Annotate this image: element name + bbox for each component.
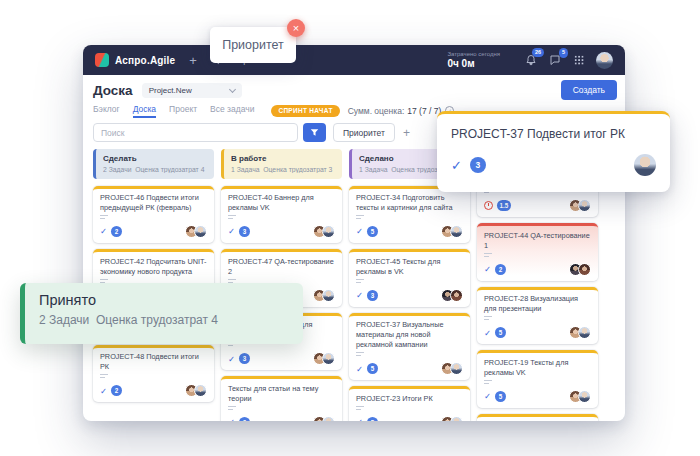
user-avatar[interactable]: [596, 52, 613, 69]
sprint-status-badge: СПРИНТ НАЧАТ: [271, 105, 339, 117]
messages-button[interactable]: 5: [549, 54, 561, 66]
chevron-down-icon: [229, 85, 236, 92]
task-card[interactable]: PROJECT-23 Итоги РК✓5: [349, 386, 470, 421]
description-icon: [356, 406, 364, 412]
column-header[interactable]: В работе1 Задача Оценка трудозатрат 3: [221, 149, 342, 179]
task-card[interactable]: Тексты для статьи на тему теории✓3: [221, 376, 342, 421]
estimate-badge: 2: [495, 264, 506, 275]
estimate-badge: 5: [495, 391, 506, 402]
chat-badge: 5: [559, 48, 568, 58]
task-card-meta: ✓5: [356, 225, 463, 238]
create-button[interactable]: Создать: [561, 80, 617, 100]
task-card[interactable]: PROJECT-46 Подвести итоги предыдущей РК …: [93, 186, 214, 244]
check-icon: ✓: [484, 392, 491, 401]
topbar: Аспро.Agile + Спринты Затрачено сегодня …: [83, 45, 625, 75]
check-icon: ✓: [356, 418, 363, 421]
task-popup-title: PROJECT-37 Подвести итог РК: [451, 127, 656, 141]
column-title: Сделать: [103, 154, 207, 163]
tab-all-tasks[interactable]: Все задачи: [210, 104, 254, 118]
description-icon: [484, 316, 492, 322]
task-card[interactable]: PROJECT-48 Подвести итоги РК✓2: [93, 345, 214, 403]
check-icon: ✓: [356, 227, 363, 236]
avatar-man: [578, 326, 591, 339]
task-card-title: PROJECT-48 Подвести итоги РК: [100, 352, 207, 372]
priority-tooltip-text: Приоритет: [222, 38, 284, 52]
task-card[interactable]: PROJECT-45 Тексты для рекламы в VK✓3: [349, 249, 470, 307]
task-card-title: PROJECT-44 QA-тестирование 1: [484, 231, 591, 251]
check-icon: ✓: [100, 387, 107, 396]
task-card[interactable]: PROJECT-40 Баннер для рекламы VK✓3: [221, 186, 342, 244]
overdue-clock-icon: [484, 201, 493, 210]
add-icon[interactable]: +: [189, 54, 197, 67]
avatar-man: [322, 352, 335, 365]
avatar-group: [317, 289, 335, 302]
avatar-group: [573, 263, 591, 276]
task-card-meta: ✓5: [356, 416, 463, 421]
priority-filter-chip[interactable]: Приоритет: [333, 123, 395, 142]
avatar-group: [445, 362, 463, 375]
avatar-dark-woman: [450, 289, 463, 302]
task-card-title: PROJECT-34 Подготовить тексты и картинки…: [356, 193, 463, 213]
task-card-meta: ✓3: [228, 225, 335, 238]
task-card[interactable]: PROJECT-44 QA-тестирование 1✓2: [477, 223, 598, 281]
tab-board[interactable]: Доска: [133, 104, 156, 118]
avatar-man: [634, 154, 656, 176]
avatar-man: [450, 362, 463, 375]
time-tracker: Затрачено сегодня 0ч 0м: [447, 51, 500, 69]
estimate-badge: 2: [111, 226, 122, 237]
task-card-meta: ✓3: [356, 289, 463, 302]
task-card[interactable]: PROJECT-28 Визуализация для презентации✓…: [477, 287, 598, 345]
search-input[interactable]: [93, 123, 298, 142]
description-icon: [228, 215, 236, 221]
project-select[interactable]: Project.New: [142, 83, 242, 98]
avatar-dark-woman: [578, 263, 591, 276]
column-meta: 2 Задачи Оценка трудозатрат 4: [103, 166, 207, 173]
filter-button[interactable]: [303, 123, 326, 142]
task-card-meta: 1.5: [484, 199, 591, 212]
tab-project[interactable]: Проект: [169, 104, 197, 118]
task-card[interactable]: PROJECT-34 Подготовить тексты и картинки…: [349, 186, 470, 244]
app-logo-icon: [95, 53, 109, 67]
column-header[interactable]: Сделать2 Задачи Оценка трудозатрат 4: [93, 149, 214, 179]
avatar-man: [450, 225, 463, 238]
check-icon: ✓: [451, 159, 462, 172]
sprint-summary-value: 17 (7 / 7): [407, 106, 441, 116]
avatar-group: [445, 289, 463, 302]
sprint-summary-label: Сумм. оценка:: [348, 106, 405, 116]
notification-badge: 26: [532, 48, 544, 58]
task-card-meta: ✓5: [484, 326, 591, 339]
avatar-group: [189, 225, 207, 238]
task-card[interactable]: PROJECT-37 Визуальные материалы для ново…: [349, 313, 470, 381]
task-popup[interactable]: PROJECT-37 Подвести итог РК ✓ 3: [437, 111, 670, 192]
task-card[interactable]: PROJECT-19 Тексты для рекламы VK✓5: [477, 350, 598, 408]
description-icon: [356, 279, 364, 285]
task-card-meta: ✓3: [228, 416, 335, 421]
estimate-badge: 3: [239, 353, 250, 364]
priority-tooltip: Приоритет ×: [210, 27, 296, 63]
description-icon: [356, 352, 364, 358]
notifications-button[interactable]: 26: [525, 54, 537, 67]
accepted-title: Принято: [39, 292, 289, 308]
description-icon: [100, 374, 108, 380]
check-icon: ✓: [228, 355, 235, 364]
estimate-badge: 3: [239, 417, 250, 421]
tab-backlog[interactable]: Бэклог: [93, 104, 120, 118]
apps-grid-icon[interactable]: [574, 55, 584, 65]
add-filter-icon[interactable]: +: [403, 126, 410, 140]
description-icon: [356, 215, 364, 221]
task-card-meta: ✓2: [100, 225, 207, 238]
avatar-group: [445, 225, 463, 238]
funnel-icon: [310, 128, 319, 137]
estimate-badge: 3: [239, 226, 250, 237]
column-title: В работе: [231, 154, 335, 163]
task-card-title: PROJECT-42 Подсчитать UNIT-экономику нов…: [100, 257, 207, 277]
task-card[interactable]: PROJECT-16 Подвести итоги РК: [477, 414, 598, 421]
task-card-title: Тексты для статьи на тему теории: [228, 384, 335, 404]
close-icon[interactable]: ×: [287, 19, 305, 37]
task-card-meta: ✓2: [100, 384, 207, 397]
task-popup-meta: ✓ 3: [451, 154, 656, 176]
project-select-value: Project.New: [149, 86, 192, 95]
task-card-title: PROJECT-37 Визуальные материалы для ново…: [356, 320, 463, 350]
avatar-man: [578, 199, 591, 212]
estimate-badge: 1.5: [497, 200, 511, 211]
